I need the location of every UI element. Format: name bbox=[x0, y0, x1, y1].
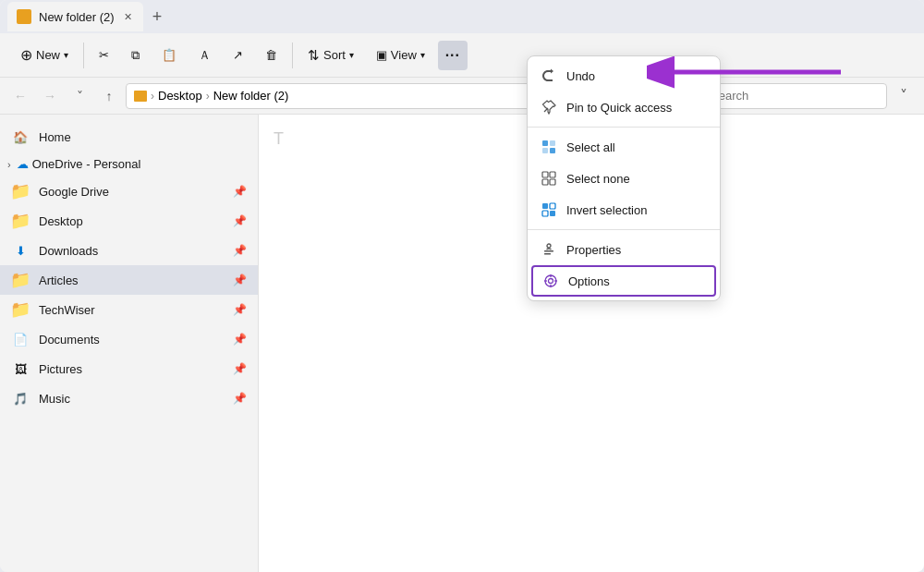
documents-icon: 📄 bbox=[11, 330, 30, 348]
view-button[interactable]: ▣ View ▾ bbox=[367, 43, 434, 67]
rename-icon: Ａ bbox=[199, 47, 211, 64]
breadcrumb-child[interactable]: New folder (2) bbox=[213, 89, 289, 103]
up-icon: ↑ bbox=[106, 89, 113, 103]
sort-dropdown-icon: ▾ bbox=[349, 50, 354, 60]
sidebar-item-downloads[interactable]: ⬇ Downloads 📌 bbox=[0, 236, 258, 265]
menu-item-options[interactable]: Options bbox=[531, 265, 716, 297]
sidebar-item-desktop[interactable]: 📁 Desktop 📌 bbox=[0, 206, 258, 236]
delete-icon: 🗑 bbox=[265, 48, 277, 62]
svg-point-17 bbox=[549, 279, 553, 284]
sidebar-item-home[interactable]: 🏠 Home bbox=[0, 122, 258, 152]
address-bar: ← → ˅ ↑ › Desktop › New folder (2) ˅ bbox=[0, 78, 924, 115]
new-button[interactable]: ⊕ New ▾ bbox=[11, 41, 78, 69]
sidebar-item-techwiser[interactable]: 📁 TechWiser 📌 bbox=[0, 295, 258, 324]
svg-rect-15 bbox=[544, 253, 551, 255]
breadcrumb-desktop[interactable]: Desktop bbox=[158, 89, 202, 103]
svg-rect-2 bbox=[550, 140, 555, 146]
menu-item-undo[interactable]: Undo bbox=[528, 60, 720, 91]
sidebar: 🏠 Home › ☁ OneDrive - Personal 📁 Google … bbox=[0, 115, 259, 572]
sidebar-label-music: Music bbox=[39, 392, 70, 406]
tab-close-button[interactable]: ✕ bbox=[122, 9, 134, 25]
downloads-icon: ⬇ bbox=[11, 241, 30, 260]
pin-menu-icon bbox=[541, 99, 557, 116]
menu-item-select-none[interactable]: Select none bbox=[528, 163, 720, 194]
svg-rect-10 bbox=[550, 203, 555, 209]
view-icon: ▣ bbox=[376, 48, 387, 62]
delete-button[interactable]: 🗑 bbox=[256, 43, 286, 67]
paste-button[interactable]: 📋 bbox=[152, 43, 186, 67]
svg-rect-11 bbox=[542, 211, 548, 216]
sort-button[interactable]: ⇅ Sort ▾ bbox=[298, 42, 363, 69]
sidebar-item-documents[interactable]: 📄 Documents 📌 bbox=[0, 324, 258, 354]
techwiser-icon: 📁 bbox=[11, 300, 30, 319]
sidebar-label-desktop: Desktop bbox=[39, 214, 83, 228]
sidebar-item-articles[interactable]: 📁 Articles 📌 bbox=[0, 265, 258, 295]
cut-icon: ✂ bbox=[99, 48, 109, 62]
sidebar-label-onedrive: OneDrive - Personal bbox=[32, 157, 141, 171]
forward-button[interactable]: → bbox=[37, 83, 63, 109]
desktop-icon: 📁 bbox=[11, 212, 30, 230]
paste-icon: 📋 bbox=[162, 48, 176, 62]
new-icon: ⊕ bbox=[20, 46, 32, 64]
tab-title: New folder (2) bbox=[39, 10, 115, 24]
dropdown-recent-button[interactable]: ˅ bbox=[67, 83, 92, 109]
svg-rect-6 bbox=[550, 172, 555, 177]
sidebar-item-pictures[interactable]: 🖼 Pictures 📌 bbox=[0, 354, 258, 383]
share-icon: ↗ bbox=[233, 48, 243, 62]
pin-icon-google-drive: 📌 bbox=[233, 185, 247, 198]
menu-item-properties[interactable]: Properties bbox=[528, 234, 720, 265]
menu-separator-1 bbox=[528, 127, 720, 128]
cut-button[interactable]: ✂ bbox=[90, 43, 118, 67]
view-label: View bbox=[391, 48, 417, 62]
home-icon: 🏠 bbox=[11, 128, 30, 146]
new-label: New bbox=[36, 48, 60, 62]
onedrive-expand-icon: › bbox=[7, 159, 11, 170]
active-tab[interactable]: New folder (2) ✕ bbox=[7, 2, 143, 31]
properties-icon bbox=[541, 241, 557, 258]
svg-rect-5 bbox=[542, 172, 548, 177]
new-tab-button[interactable]: + bbox=[147, 7, 168, 27]
pin-icon-documents: 📌 bbox=[233, 333, 247, 346]
menu-item-select-all[interactable]: Select all bbox=[528, 131, 720, 163]
undo-icon bbox=[541, 67, 557, 84]
toolbar: ⊕ New ▾ ✂ ⧉ 📋 Ａ ↗ 🗑 ⇅ Sort ▾ ▣ bbox=[0, 33, 924, 78]
menu-separator-2 bbox=[528, 229, 720, 230]
breadcrumb-separator-1: › bbox=[151, 90, 154, 103]
pin-icon-pictures: 📌 bbox=[233, 362, 247, 375]
toolbar-separator-2 bbox=[292, 43, 293, 68]
svg-rect-8 bbox=[550, 179, 555, 185]
title-bar: New folder (2) ✕ + bbox=[0, 0, 924, 33]
menu-label-pin: Pin to Quick access bbox=[566, 101, 672, 115]
menu-label-select-none: Select none bbox=[566, 172, 630, 186]
onedrive-icon: ☁ bbox=[17, 157, 29, 171]
copy-icon: ⧉ bbox=[131, 48, 140, 63]
copy-button[interactable]: ⧉ bbox=[122, 43, 149, 68]
menu-label-options: Options bbox=[568, 274, 610, 288]
menu-label-undo: Undo bbox=[566, 69, 595, 83]
svg-rect-9 bbox=[542, 203, 548, 209]
menu-item-invert[interactable]: Invert selection bbox=[528, 194, 720, 225]
menu-item-pin[interactable]: Pin to Quick access bbox=[528, 91, 720, 123]
back-button[interactable]: ← bbox=[7, 83, 33, 109]
pictures-icon: 🖼 bbox=[11, 359, 30, 378]
sidebar-item-music[interactable]: 🎵 Music 📌 bbox=[0, 383, 258, 413]
menu-label-invert: Invert selection bbox=[566, 203, 647, 217]
main-layout: 🏠 Home › ☁ OneDrive - Personal 📁 Google … bbox=[0, 115, 924, 572]
share-button[interactable]: ↗ bbox=[224, 43, 252, 67]
up-button[interactable]: ↑ bbox=[96, 83, 122, 109]
new-dropdown-icon: ▾ bbox=[64, 50, 68, 60]
more-options-button[interactable]: ··· bbox=[438, 41, 468, 70]
google-drive-icon: 📁 bbox=[11, 182, 30, 201]
breadcrumb-folder-icon bbox=[134, 91, 147, 102]
options-icon bbox=[542, 273, 559, 289]
forward-icon: → bbox=[43, 89, 56, 103]
expand-icon: ˅ bbox=[900, 87, 907, 104]
rename-button[interactable]: Ａ bbox=[189, 42, 220, 69]
pin-icon-desktop: 📌 bbox=[233, 214, 247, 227]
search-input[interactable] bbox=[702, 83, 887, 109]
svg-rect-4 bbox=[550, 148, 555, 153]
sidebar-item-google-drive[interactable]: 📁 Google Drive 📌 bbox=[0, 176, 258, 206]
sidebar-item-onedrive[interactable]: › ☁ OneDrive - Personal bbox=[0, 152, 258, 176]
menu-label-select-all: Select all bbox=[566, 140, 615, 154]
expand-panel-button[interactable]: ˅ bbox=[891, 83, 917, 109]
